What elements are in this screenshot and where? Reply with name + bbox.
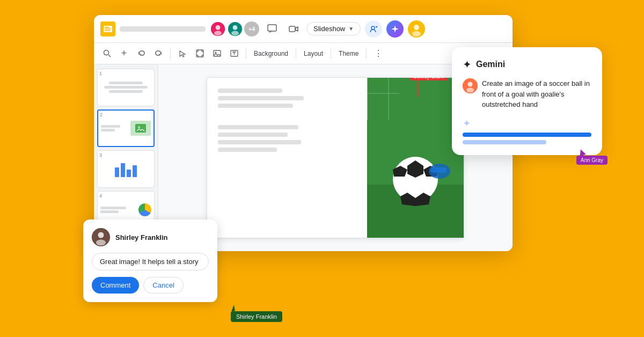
svg-point-13 — [371, 26, 375, 30]
ann-gray-cursor: Ann Gray — [576, 156, 608, 165]
shirley-cursor-arrow-icon — [230, 304, 235, 311]
svg-point-38 — [466, 88, 474, 93]
ann-gray-label: Ann Gray — [576, 156, 608, 165]
redo-icon[interactable] — [151, 46, 166, 61]
more-options-icon[interactable]: ⋮ — [371, 46, 386, 61]
jeffrey-cursor-label: Jeffrey Clark — [410, 78, 448, 80]
slide-thumb-3[interactable]: 3 — [97, 150, 155, 188]
svg-point-10 — [231, 31, 239, 35]
background-button[interactable]: Background — [251, 49, 291, 58]
comment-cancel-button[interactable]: Cancel — [143, 277, 183, 294]
svg-rect-18 — [196, 50, 203, 57]
slide-canvas: Jeffrey Clark — [207, 77, 464, 238]
shirley-franklin-cursor: Shirley Franklin — [231, 305, 282, 322]
select-icon[interactable] — [175, 46, 190, 61]
svg-point-16 — [412, 31, 421, 36]
avatar-user-2[interactable] — [227, 21, 243, 37]
svg-point-41 — [96, 240, 106, 246]
layout-button[interactable]: Layout — [301, 49, 326, 58]
slide-2-image-thumb — [130, 121, 151, 136]
svg-rect-4 — [105, 30, 110, 31]
svg-rect-22 — [135, 124, 146, 133]
slideshow-button[interactable]: Slideshow ▼ — [306, 22, 361, 35]
shirley-cursor-label: Shirley Franklin — [231, 311, 282, 322]
toolbar-separator — [170, 48, 171, 59]
frame-icon[interactable] — [192, 46, 207, 61]
svg-rect-12 — [289, 26, 295, 32]
toolbar-separator-4 — [331, 48, 331, 59]
slide-4-pie-thumb — [138, 203, 151, 216]
svg-point-6 — [216, 25, 221, 30]
gemini-prompt-text: Create an image of a soccer ball in fron… — [482, 78, 591, 110]
ann-cursor-arrow-icon — [577, 148, 586, 156]
image-icon[interactable] — [209, 46, 224, 61]
slide-thumb-2[interactable]: 2 — [97, 109, 155, 147]
toolbar-separator-5 — [366, 48, 367, 59]
gemini-star-icon: ✦ — [463, 58, 472, 71]
svg-point-9 — [233, 25, 238, 30]
svg-point-37 — [468, 82, 473, 87]
svg-point-20 — [215, 52, 216, 54]
add-icon[interactable]: + — [116, 46, 131, 61]
svg-point-15 — [414, 25, 419, 30]
gemini-panel: ✦ Gemini Create an image of a soccer bal… — [452, 47, 602, 155]
slideshow-dropdown-arrow: ▼ — [348, 26, 354, 32]
toolbar: + Background Layout Theme ⋮ — [94, 43, 513, 64]
user-profile-button[interactable] — [408, 20, 425, 38]
text-box-icon[interactable] — [226, 46, 241, 61]
app-window: +4 Slideshow ▼ + — [94, 15, 513, 251]
avatar-user-1[interactable] — [210, 21, 226, 37]
gemini-progress-bar-1 — [463, 133, 591, 137]
svg-point-7 — [214, 31, 222, 35]
avatar-group: +4 — [210, 21, 259, 37]
gemini-sparkle-icon: ✦ — [463, 118, 591, 129]
svg-rect-35 — [430, 167, 447, 173]
svg-point-17 — [104, 50, 108, 55]
comment-user-avatar — [92, 228, 110, 246]
gemini-title: Gemini — [476, 60, 505, 69]
toolbar-separator-2 — [246, 48, 246, 59]
comment-input[interactable] — [92, 253, 209, 270]
theme-button[interactable]: Theme — [335, 49, 362, 58]
title-bar-spacer — [120, 26, 206, 32]
comment-user-name: Shirley Franklin — [115, 233, 168, 241]
gemini-button[interactable] — [386, 20, 404, 38]
gemini-progress-bar-2 — [463, 140, 546, 144]
slide-thumb-1[interactable]: 1 — [97, 69, 155, 106]
avatar-count[interactable]: +4 — [244, 21, 259, 36]
soccer-image: Jeffrey Clark — [367, 78, 464, 238]
svg-point-23 — [138, 126, 140, 128]
svg-rect-11 — [268, 25, 276, 31]
slideshow-label: Slideshow — [313, 25, 345, 33]
slides-logo-icon — [100, 21, 115, 36]
svg-rect-2 — [105, 27, 109, 28]
top-bar: +4 Slideshow ▼ — [94, 15, 513, 43]
gemini-user-avatar — [463, 78, 478, 93]
add-user-button[interactable] — [365, 20, 382, 38]
meet-icon[interactable] — [285, 20, 302, 38]
svg-rect-3 — [105, 28, 111, 30]
gemini-input-area: ✦ — [463, 118, 591, 144]
svg-point-40 — [98, 232, 104, 238]
zoom-icon[interactable] — [99, 46, 114, 61]
jeffrey-cursor: Jeffrey Clark — [410, 78, 448, 97]
chat-icon[interactable] — [264, 20, 281, 38]
comment-box: Shirley Franklin Comment Cancel — [83, 219, 217, 302]
toolbar-separator-3 — [296, 48, 296, 59]
comment-submit-button[interactable]: Comment — [92, 277, 139, 294]
undo-icon[interactable] — [134, 46, 149, 61]
